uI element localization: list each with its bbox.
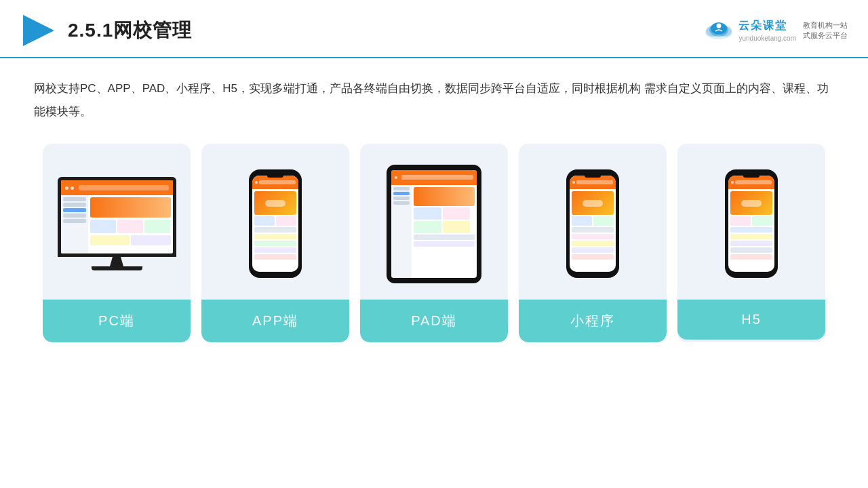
device-card-h5: H5 [677,144,825,342]
device-label-pc: PC端 [43,300,191,342]
brand-area: 云朵课堂 yunduoketang.com 教育机构一站 式服务云平台 [703,19,848,42]
device-label-miniapp: 小程序 [519,300,667,342]
svg-point-6 [717,24,722,28]
brand-name: 云朵课堂 [738,19,796,33]
play-icon [20,12,57,49]
header-left: 2.5.1网校管理 [20,12,192,49]
device-label-app: APP端 [201,300,349,342]
pc-mockup-area [43,156,191,291]
description-text: 网校支持PC、APP、PAD、小程序、H5，实现多端打通，产品各终端自由切换，数… [34,77,834,123]
pad-mockup-area [360,156,508,291]
header: 2.5.1网校管理 云朵课堂 yunduoketang.com 教育机构一站 式… [0,0,868,58]
pc-monitor [58,177,176,270]
brand-url: yunduoketang.com [738,35,796,42]
h5-mockup-area [677,156,825,291]
device-cards-row: PC端 [34,144,834,342]
device-label-h5: H5 [677,300,825,340]
device-card-miniapp: 小程序 [519,144,667,342]
device-card-app: APP端 [201,144,349,342]
device-label-pad: PAD端 [360,300,508,342]
cloud-icon [703,19,734,42]
brand-slogan: 教育机构一站 式服务云平台 [803,20,848,41]
svg-marker-0 [23,15,54,46]
device-card-pc: PC端 [43,144,191,342]
app-mockup-area [201,156,349,291]
page-title: 2.5.1网校管理 [68,18,192,43]
miniapp-mockup-area [519,156,667,291]
device-card-pad: PAD端 [360,144,508,342]
brand-logo: 云朵课堂 yunduoketang.com 教育机构一站 式服务云平台 [703,19,848,42]
main-content: 网校支持PC、APP、PAD、小程序、H5，实现多端打通，产品各终端自由切换，数… [0,58,868,356]
